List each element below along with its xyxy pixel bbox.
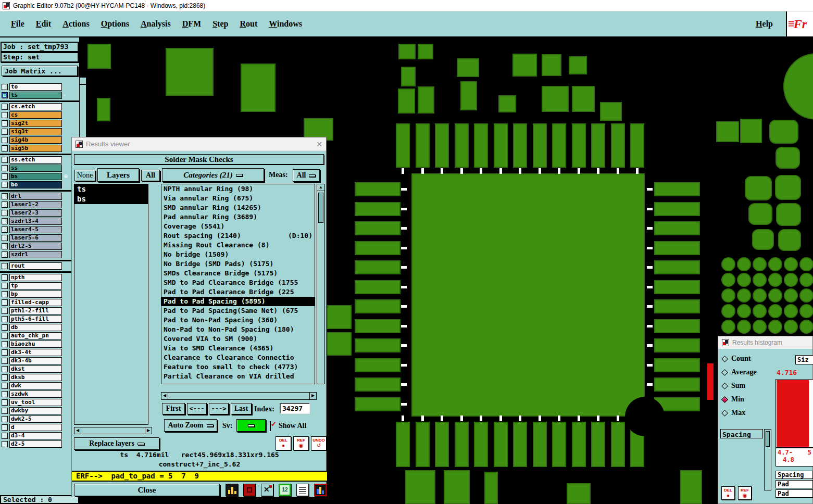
layer-row[interactable]: ss — [0, 164, 79, 172]
layer-row[interactable]: sig3t — [0, 128, 79, 135]
layer-checkbox[interactable] — [2, 129, 8, 135]
histogram-title-bar[interactable]: Results histogram — [718, 336, 812, 349]
layer-row[interactable]: filled-capp — [0, 298, 79, 306]
layer-name[interactable]: laser2-3 — [9, 209, 62, 217]
layer-checkbox[interactable] — [2, 299, 8, 306]
layer-checkbox[interactable] — [2, 316, 8, 322]
layer-checkbox[interactable] — [2, 201, 8, 208]
layer-name[interactable]: drl2-5 — [9, 243, 62, 250]
layer-row[interactable]: pth1-2-fill — [0, 307, 79, 314]
layer-name[interactable]: drl — [9, 193, 62, 200]
layer-checkbox[interactable] — [2, 112, 8, 118]
layer-row[interactable]: pth5-6-fill — [0, 315, 79, 323]
histogram-action-button[interactable]: REF ◉ — [738, 486, 752, 500]
menu-item[interactable]: Edit — [30, 17, 57, 31]
layer-name[interactable]: dk3-4b — [9, 357, 62, 364]
layers-button[interactable]: Layers — [97, 168, 139, 182]
layer-name[interactable]: bs — [9, 173, 62, 180]
category-item[interactable]: Partial Clearance on VIA drilled — [161, 372, 315, 381]
layer-row[interactable]: dksb — [0, 373, 79, 381]
layer-checkbox[interactable] — [2, 324, 8, 331]
layer-row[interactable]: szdwk — [0, 390, 79, 398]
histogram-option[interactable]: Max — [720, 406, 778, 420]
layer-checkbox[interactable] — [2, 391, 8, 397]
layer-row[interactable]: biaozhu — [0, 340, 79, 348]
layer-row[interactable]: d — [0, 423, 79, 431]
close-button[interactable]: Close — [74, 484, 220, 496]
layer-name[interactable]: sig4b — [9, 136, 62, 144]
histogram-action-button[interactable]: DEL ● — [721, 486, 735, 500]
layer-row[interactable]: sig4b — [0, 136, 79, 144]
layer-row[interactable]: cs.etch — [0, 100, 79, 110]
layer-checkbox[interactable] — [2, 173, 8, 180]
category-item[interactable]: Coverage (5541) — [161, 222, 315, 231]
radio-diamond-icon[interactable] — [721, 369, 728, 376]
layer-checkbox[interactable] — [2, 210, 8, 216]
categories-dropdown[interactable]: Categories (21) — [162, 168, 264, 182]
sv-color-swatch[interactable] — [236, 419, 266, 432]
layer-row[interactable]: d3-4 — [0, 432, 79, 439]
layer-row[interactable]: bo — [0, 181, 79, 188]
layer-row[interactable]: drl2-5 — [0, 242, 79, 250]
layer-checkbox[interactable] — [2, 441, 8, 447]
results-viewer-title-bar[interactable]: Results viewer ✕ — [72, 137, 326, 151]
layer-row[interactable]: szdrl — [0, 250, 79, 258]
histogram-option[interactable]: Average — [720, 366, 778, 379]
layer-row[interactable]: bs ⊕ — [0, 172, 79, 180]
category-item[interactable]: Non-Pad to Non-Pad Spacing (180) — [161, 325, 315, 334]
layer-name[interactable]: pth5-6-fill — [9, 316, 62, 323]
layer-checkbox[interactable] — [2, 408, 8, 414]
red-box-icon[interactable] — [243, 484, 256, 496]
index-input[interactable] — [280, 403, 310, 414]
layer-checkbox[interactable] — [2, 235, 8, 241]
layer-checkbox[interactable] — [2, 308, 8, 314]
category-item[interactable]: Via annular Ring (675) — [161, 194, 315, 203]
layer-name[interactable]: rout — [9, 262, 62, 270]
layer-row[interactable]: bp — [0, 290, 79, 298]
histogram-vscrollbar[interactable] — [764, 429, 771, 490]
chart-icon[interactable] — [314, 484, 327, 496]
layer-name[interactable]: d3-4 — [9, 432, 62, 439]
layer-name[interactable]: uv_tool — [9, 399, 62, 406]
layer-checkbox[interactable] — [2, 263, 8, 269]
layer-checkbox[interactable] — [2, 349, 8, 356]
layer-name[interactable]: db — [9, 324, 62, 331]
layer-checkbox[interactable] — [2, 165, 8, 171]
layer-row[interactable]: laser5-6 — [0, 234, 79, 242]
layer-name[interactable]: cs — [9, 111, 62, 119]
radio-diamond-icon[interactable] — [721, 356, 728, 362]
radio-diamond-icon[interactable] — [721, 410, 728, 417]
layer-checkbox[interactable] — [2, 399, 8, 406]
menu-item[interactable]: File — [5, 17, 30, 31]
layer-name[interactable]: dksb — [9, 374, 62, 381]
layer-name[interactable]: d — [9, 424, 62, 431]
result-layer-item[interactable]: ts — [74, 184, 148, 194]
layer-checkbox[interactable] — [2, 92, 8, 98]
layer-row[interactable]: dwk — [0, 382, 79, 389]
category-item[interactable]: Pad annular Ring (3689) — [161, 212, 315, 222]
badge-12-icon[interactable]: 12 — [279, 484, 291, 496]
category-item[interactable]: Pad to Pad Clearance Bridge (225 — [161, 287, 315, 297]
layer-name[interactable]: ts — [9, 92, 62, 99]
layer-row[interactable]: ss.etch — [0, 154, 79, 163]
category-item[interactable]: Pad to Pad Spacing (5895) — [161, 297, 315, 306]
category-item[interactable]: No Bridge (SMD Pads) (5175) — [161, 259, 315, 269]
first-button[interactable]: First — [162, 403, 185, 414]
layer-checkbox[interactable] — [2, 283, 8, 289]
category-item[interactable]: Pad to Pad Spacing(Same Net) (675 — [161, 306, 315, 316]
menu-item[interactable]: Actions — [57, 17, 95, 31]
result-action-button[interactable]: REF ◉ — [293, 436, 309, 450]
layer-checkbox[interactable] — [2, 433, 8, 439]
layer-checkbox[interactable] — [2, 120, 8, 127]
category-item[interactable]: SMD to Pad Clearance Bridge (1755 — [161, 278, 315, 287]
category-item[interactable]: Pad to Non-Pad Spacing (360) — [161, 316, 315, 325]
layer-checkbox[interactable] — [2, 243, 8, 249]
layer-row[interactable]: uv_tool — [0, 398, 79, 406]
menu-item[interactable]: Analysis — [135, 17, 177, 31]
layer-name[interactable]: bp — [9, 291, 62, 298]
layer-name[interactable]: pth1-2-fill — [9, 307, 62, 314]
layer-checkbox[interactable] — [2, 341, 8, 347]
layer-name[interactable]: cs.etch — [9, 103, 62, 110]
prev-button[interactable]: <--- — [187, 403, 207, 414]
layer-row[interactable]: sig5b — [0, 144, 79, 152]
